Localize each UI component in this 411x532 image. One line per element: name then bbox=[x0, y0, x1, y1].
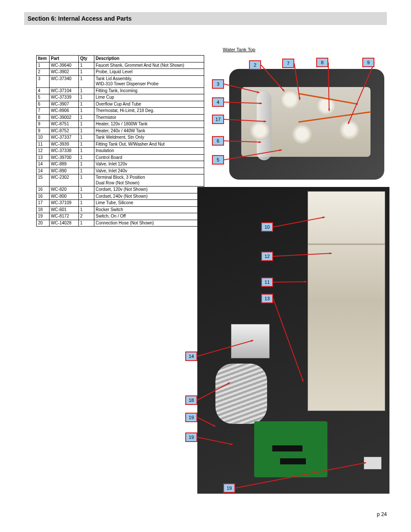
cell-desc: Lime Tube, Silicone bbox=[94, 200, 204, 207]
figure-2-photo bbox=[197, 187, 389, 494]
cell-part: WC-37104 bbox=[50, 87, 79, 94]
cell-qty: 1 bbox=[79, 62, 94, 69]
parts-table: Item Part Qty Description 1WC-396401Fauc… bbox=[36, 55, 204, 227]
cell-qty: 1 bbox=[79, 154, 94, 161]
callout-box: 12 bbox=[261, 252, 273, 261]
cell-item: 1 bbox=[37, 62, 50, 69]
cell-part: WC-39700 bbox=[50, 154, 79, 161]
cell-desc: Thermostat, Hi-Limit, 218 Deg. bbox=[94, 108, 204, 115]
callout-box: 19 bbox=[223, 483, 235, 493]
cell-desc: Control Board bbox=[94, 154, 204, 161]
cell-desc: Valve, Inlet 120v bbox=[94, 161, 204, 168]
tank-port bbox=[280, 90, 300, 109]
table-row: 7WC-89061Thermostat, Hi-Limit, 218 Deg. bbox=[37, 108, 204, 115]
callout-box: 11 bbox=[261, 277, 273, 287]
table-row: 9WC-87511Heater, 120v / 1800W Tank bbox=[37, 121, 204, 128]
cell-part: WC-37338 bbox=[50, 148, 79, 155]
cell-qty: 1 bbox=[79, 141, 94, 148]
cell-part: WC-3939 bbox=[50, 141, 79, 148]
control-board bbox=[254, 421, 327, 477]
callout-box: 4 bbox=[212, 97, 224, 107]
table-row: 17WC-371091Lime Tube, Silicone bbox=[37, 200, 204, 207]
col-header-item: Item bbox=[37, 56, 50, 62]
cell-item: 16 bbox=[37, 193, 50, 200]
parts-table-header-row: Item Part Qty Description bbox=[37, 56, 204, 62]
cell-desc: Terminal Block, 3 Position Dual Row (Not… bbox=[94, 174, 204, 187]
table-row: 2WC-39021Probe, Liquid Level bbox=[37, 69, 204, 76]
cell-desc: Rocker Switch bbox=[94, 206, 204, 213]
callout-box: 13 bbox=[261, 294, 273, 303]
cell-item: 6 bbox=[37, 101, 50, 108]
cell-qty: 1 bbox=[79, 69, 94, 76]
table-row: 5WC-373391Lime Cup bbox=[37, 94, 204, 101]
cell-desc: Valve, Inlet 240v bbox=[94, 168, 204, 174]
table-row: 10WC-373371Tank Weldment, Stn Only bbox=[37, 134, 204, 141]
col-header-qty: Qty bbox=[79, 56, 94, 62]
cell-part: WC-39002 bbox=[50, 114, 79, 121]
callout-box: 14 bbox=[185, 352, 197, 361]
cell-qty: 1 bbox=[79, 75, 94, 87]
cell-qty: 1 bbox=[79, 174, 94, 187]
cell-part: WC-3902 bbox=[50, 69, 79, 76]
cell-qty: 1 bbox=[79, 94, 94, 101]
cell-qty: 2 bbox=[79, 213, 94, 220]
cell-part: WC-14028 bbox=[50, 220, 79, 227]
cell-qty: 1 bbox=[79, 108, 94, 115]
cell-part: WC-37340 bbox=[50, 75, 79, 87]
cell-desc: Thermistor bbox=[94, 114, 204, 121]
table-row: 9WC-87521Heater, 240v / 440W Tank bbox=[37, 128, 204, 134]
cell-part: WC-3907 bbox=[50, 101, 79, 108]
cell-part: WC-890 bbox=[50, 168, 79, 174]
cell-qty: 1 bbox=[79, 134, 94, 141]
cell-item: 3 bbox=[37, 75, 50, 87]
table-row: 8WC-390021Thermistor bbox=[37, 114, 204, 121]
cell-part: WC-601 bbox=[50, 206, 79, 213]
cell-item: 16 bbox=[37, 187, 50, 193]
cell-item: 4 bbox=[37, 87, 50, 94]
callout-box: 8 bbox=[316, 58, 328, 67]
section-title: Section 6: Internal Access and Parts bbox=[28, 15, 131, 22]
cell-part: WC-8906 bbox=[50, 108, 79, 115]
cell-desc: Overflow Cup And Tube bbox=[94, 101, 204, 108]
chip bbox=[272, 445, 302, 451]
cell-desc: Cordset, 120v (Not Shown) bbox=[94, 187, 204, 193]
callout-box: 18 bbox=[185, 395, 197, 405]
cell-item: 18 bbox=[37, 206, 50, 213]
cell-desc: Insulation bbox=[94, 148, 204, 155]
cell-desc: Fitting Tank Out, W/Washer And Nut bbox=[94, 141, 204, 148]
parts-table-container: Item Part Qty Description 1WC-396401Fauc… bbox=[36, 55, 204, 227]
cell-part: WC-39640 bbox=[50, 62, 79, 69]
table-row: 4WC-371041Fitting Tank, Incoming bbox=[37, 87, 204, 94]
cell-part: WC-37339 bbox=[50, 94, 79, 101]
inlet-valve bbox=[231, 324, 270, 358]
callout-box: 19 bbox=[185, 413, 197, 422]
cell-part: WC-8752 bbox=[50, 128, 79, 134]
callout-box: 9 bbox=[362, 58, 374, 67]
cell-desc: Probe, Liquid Level bbox=[94, 69, 204, 76]
cell-item: 14 bbox=[37, 168, 50, 174]
cell-item: 12 bbox=[37, 148, 50, 155]
cell-part: WC-800 bbox=[50, 193, 79, 200]
cell-desc: Faucet Shank, Grommet And Nut (Not Shown… bbox=[94, 62, 204, 69]
cell-item: 19 bbox=[37, 213, 50, 220]
table-row: 19WC-81722Switch, On / Off bbox=[37, 213, 204, 220]
cell-qty: 1 bbox=[79, 168, 94, 174]
table-row: 1WC-396401Faucet Shank, Grommet And Nut … bbox=[37, 62, 204, 69]
cell-qty: 1 bbox=[79, 187, 94, 193]
coiled-hose bbox=[215, 364, 267, 424]
cell-desc: Heater, 120v / 1800W Tank bbox=[94, 121, 204, 128]
cell-item: 15 bbox=[37, 174, 50, 187]
cell-item: 7 bbox=[37, 108, 50, 115]
tank-port bbox=[250, 121, 270, 140]
table-row: 15WC-23021Terminal Block, 3 Position Dua… bbox=[37, 174, 204, 187]
cell-item: 8 bbox=[37, 114, 50, 121]
callout-box: 7 bbox=[282, 59, 294, 68]
cell-qty: 1 bbox=[79, 200, 94, 207]
cell-qty: 1 bbox=[79, 114, 94, 121]
tank-port bbox=[292, 124, 312, 144]
figure-1-photo bbox=[229, 69, 384, 180]
cell-item: 20 bbox=[37, 220, 50, 227]
section-header: Section 6: Internal Access and Parts bbox=[24, 12, 387, 25]
table-row: 6WC-39071Overflow Cup And Tube bbox=[37, 101, 204, 108]
table-row: 16WC-8201Cordset, 120v (Not Shown) bbox=[37, 187, 204, 193]
